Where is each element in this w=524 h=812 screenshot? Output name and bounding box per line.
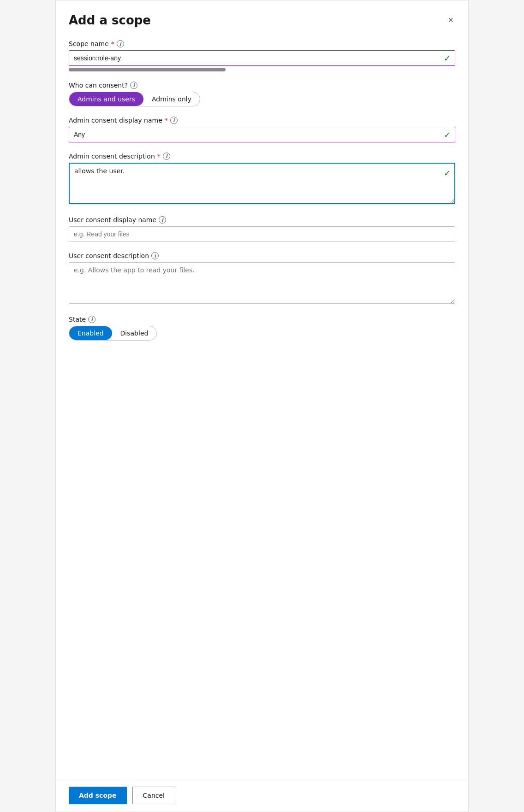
admins-only-option[interactable]: Admins only: [143, 92, 200, 106]
cancel-button[interactable]: Cancel: [132, 787, 175, 804]
admin-consent-description-group: Admin consent description * i allows the…: [69, 153, 455, 206]
dialog-header: Add a scope ×: [69, 13, 455, 27]
scope-name-info-icon[interactable]: i: [117, 40, 124, 47]
user-consent-description-label: User consent description i: [69, 252, 455, 259]
scope-name-required: *: [111, 40, 114, 47]
scope-name-group: Scope name * i ✓: [69, 40, 455, 71]
admin-consent-display-name-check-icon: ✓: [444, 130, 451, 140]
dialog-content: Add a scope × Scope name * i ✓ Who can c…: [56, 0, 468, 779]
dialog-title: Add a scope: [69, 13, 151, 27]
who-can-consent-toggle: Admins and users Admins only: [69, 92, 200, 106]
state-info-icon[interactable]: i: [88, 316, 95, 323]
scope-name-scrollbar[interactable]: [69, 68, 226, 71]
user-consent-description-input[interactable]: [69, 262, 455, 304]
dialog-footer: Add scope Cancel: [56, 779, 468, 812]
add-scope-dialog: Add a scope × Scope name * i ✓ Who can c…: [55, 0, 469, 812]
scope-name-input-wrapper: ✓: [69, 50, 455, 66]
enabled-option[interactable]: Enabled: [69, 326, 112, 340]
add-scope-button[interactable]: Add scope: [69, 787, 127, 804]
admin-consent-description-label: Admin consent description * i: [69, 153, 455, 160]
user-consent-description-group: User consent description i: [69, 252, 455, 306]
admin-consent-description-info-icon[interactable]: i: [163, 153, 170, 160]
state-label: State i: [69, 316, 455, 323]
admin-consent-description-input[interactable]: allows the user.: [69, 163, 455, 204]
admin-consent-display-name-required: *: [165, 117, 168, 124]
admin-consent-description-check-icon: ✓: [444, 168, 451, 178]
user-consent-display-name-label: User consent display name i: [69, 216, 455, 224]
who-can-consent-label: Who can consent? i: [69, 82, 455, 89]
admin-consent-description-required: *: [157, 153, 161, 160]
scope-name-label: Scope name * i: [69, 40, 455, 47]
user-consent-description-info-icon[interactable]: i: [151, 252, 159, 259]
state-toggle: Enabled Disabled: [69, 326, 157, 341]
close-button[interactable]: ×: [446, 13, 455, 26]
user-consent-display-name-info-icon[interactable]: i: [159, 216, 166, 224]
user-consent-description-textarea-wrapper: [69, 262, 455, 306]
who-can-consent-info-icon[interactable]: i: [130, 82, 137, 89]
user-consent-display-name-input[interactable]: [69, 226, 455, 242]
state-group: State i Enabled Disabled: [69, 316, 455, 341]
admin-consent-display-name-label: Admin consent display name * i: [69, 117, 455, 124]
admin-consent-display-name-group: Admin consent display name * i ✓: [69, 117, 455, 142]
admin-consent-display-name-input[interactable]: [69, 127, 455, 142]
scope-name-check-icon: ✓: [444, 53, 451, 63]
user-consent-display-name-group: User consent display name i: [69, 216, 455, 242]
scope-name-input[interactable]: [69, 50, 455, 66]
admins-and-users-option[interactable]: Admins and users: [69, 92, 143, 106]
who-can-consent-group: Who can consent? i Admins and users Admi…: [69, 82, 455, 106]
admin-consent-display-name-input-wrapper: ✓: [69, 127, 455, 142]
user-consent-display-name-input-wrapper: [69, 226, 455, 242]
admin-consent-display-name-info-icon[interactable]: i: [170, 117, 178, 124]
admin-consent-description-textarea-wrapper: allows the user. ✓: [69, 163, 455, 206]
disabled-option[interactable]: Disabled: [112, 326, 157, 340]
